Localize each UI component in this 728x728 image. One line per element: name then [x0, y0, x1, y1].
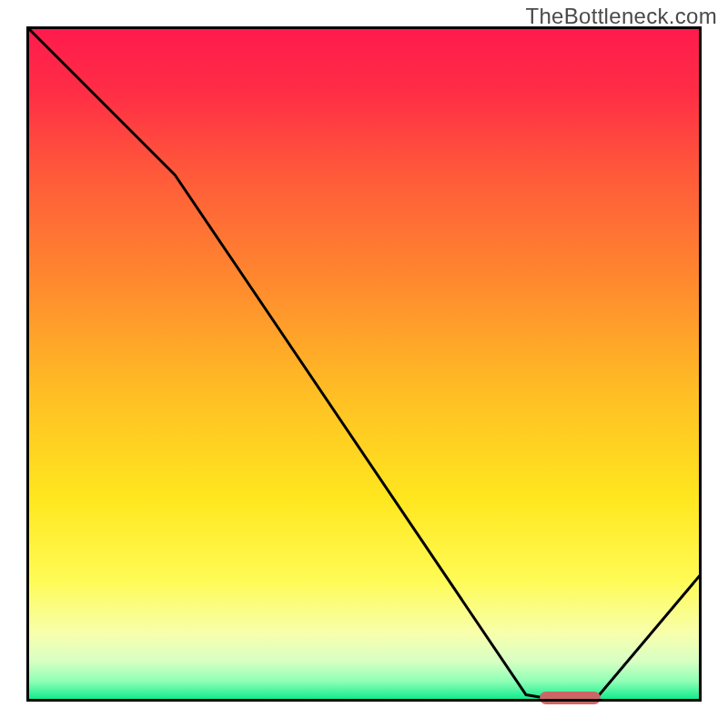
- chart-container: TheBottleneck.com: [0, 0, 728, 728]
- bottleneck-curve: [26, 26, 702, 702]
- watermark-text: TheBottleneck.com: [525, 4, 717, 29]
- plot-area: [26, 26, 702, 702]
- optimal-marker: [540, 692, 601, 704]
